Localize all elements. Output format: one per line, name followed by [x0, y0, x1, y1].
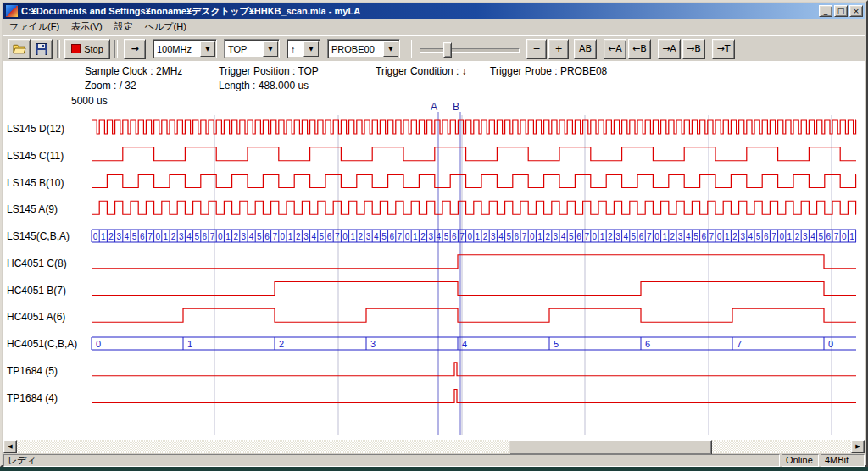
- zoom-out-button[interactable]: −: [526, 39, 547, 59]
- chevron-down-icon[interactable]: ▼: [303, 41, 319, 57]
- status-ready: レディ: [3, 454, 780, 467]
- info-length: Length : 488.000 us: [219, 80, 309, 91]
- menu-file[interactable]: ファイル(F): [3, 19, 65, 35]
- open-button[interactable]: [8, 39, 31, 59]
- scrollbar-thumb[interactable]: [509, 440, 712, 455]
- goto-a-left-button[interactable]: ←A: [604, 39, 626, 59]
- trigger-probe-value: PROBE00: [328, 44, 382, 54]
- window-title: C:¥Documents and Settings¥noname¥デスクトップ¥…: [21, 5, 819, 18]
- window-controls: _ □ ×: [819, 5, 863, 17]
- goto-trigger-button[interactable]: →T: [712, 39, 735, 59]
- menu-help[interactable]: ヘルプ(H): [139, 19, 192, 35]
- scroll-left-button[interactable]: ◀: [3, 440, 17, 453]
- scroll-right-button[interactable]: ▶: [851, 440, 865, 453]
- toolbar: Stop → 100MHz ▼ TOP ▼ ↑ ▼ PROBE00 ▼ − + …: [3, 35, 865, 62]
- trigger-probe-select[interactable]: PROBE00 ▼: [327, 39, 400, 58]
- stop-button[interactable]: Stop: [64, 39, 110, 59]
- goto-b-right-button[interactable]: →B: [682, 39, 705, 59]
- chevron-down-icon[interactable]: ▼: [383, 41, 398, 57]
- status-memory: 4MBit: [821, 454, 865, 467]
- stop-label: Stop: [84, 44, 103, 54]
- status-online: Online: [782, 454, 819, 467]
- toolbar-separator: [57, 40, 60, 58]
- info-sample-clock: Sample Clock : 2MHz: [85, 65, 182, 77]
- desktop: { "window": { "title": "C:¥Documents and…: [0, 0, 868, 471]
- zoom-slider[interactable]: [420, 40, 520, 58]
- zoom-slider-track[interactable]: [420, 48, 520, 53]
- waveform-panel: [3, 61, 865, 440]
- title-bar: C:¥Documents and Settings¥noname¥デスクトップ¥…: [3, 3, 865, 19]
- zoom-in-button[interactable]: +: [548, 39, 569, 59]
- run-button[interactable]: →: [124, 39, 146, 59]
- status-bar: レディ Online 4MBit: [3, 454, 865, 467]
- stop-icon: [71, 44, 81, 53]
- scrollbar-track[interactable]: [17, 440, 851, 453]
- close-button[interactable]: ×: [849, 5, 863, 17]
- info-trigger-position: Trigger Position : TOP: [219, 65, 319, 77]
- save-button[interactable]: [31, 39, 53, 59]
- maximize-button[interactable]: □: [834, 5, 848, 17]
- trigger-edge-value: ↑: [287, 44, 303, 54]
- info-trigger-probe: Trigger Probe : PROBE08: [490, 65, 607, 77]
- minimize-button[interactable]: _: [819, 5, 832, 17]
- sample-clock-select[interactable]: 100MHz ▼: [153, 39, 217, 58]
- toolbar-separator: [409, 40, 412, 58]
- app-icon: [5, 4, 19, 18]
- chevron-down-icon[interactable]: ▼: [200, 41, 215, 57]
- trigger-position-select[interactable]: TOP ▼: [224, 39, 280, 58]
- menu-view[interactable]: 表示(V): [65, 19, 108, 35]
- menu-bar: ファイル(F) 表示(V) 設定 ヘルプ(H): [3, 19, 865, 35]
- sample-clock-value: 100MHz: [153, 44, 199, 54]
- chevron-down-icon[interactable]: ▼: [263, 41, 278, 57]
- time-axis-label: 5000 us: [71, 95, 108, 107]
- zoom-slider-handle[interactable]: [443, 42, 452, 58]
- trigger-position-value: TOP: [225, 44, 262, 54]
- toolbar-separator: [114, 40, 118, 58]
- trigger-edge-select[interactable]: ↑ ▼: [287, 39, 320, 58]
- info-zoom: Zoom : / 32: [85, 80, 136, 91]
- open-folder-icon: [13, 43, 26, 54]
- info-trigger-condition: Trigger Condition : ↓: [376, 65, 467, 77]
- ab-range-button[interactable]: AB: [574, 39, 597, 59]
- floppy-disk-icon: [36, 43, 47, 55]
- menu-settings[interactable]: 設定: [108, 19, 139, 35]
- horizontal-scrollbar: ◀ ▶: [3, 440, 865, 453]
- goto-b-left-button[interactable]: ←B: [628, 39, 651, 59]
- goto-a-right-button[interactable]: →A: [658, 39, 681, 59]
